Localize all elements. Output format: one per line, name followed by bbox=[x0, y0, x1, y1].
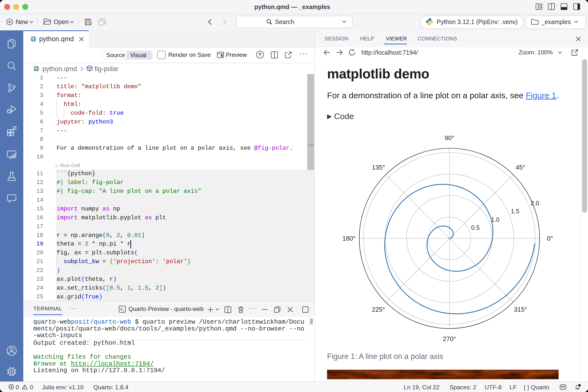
svg-text:45°: 45° bbox=[516, 164, 525, 171]
svg-text:225°: 225° bbox=[372, 306, 385, 313]
svg-text:2.0: 2.0 bbox=[531, 200, 539, 206]
svg-text:0°: 0° bbox=[547, 235, 553, 242]
svg-text:180°: 180° bbox=[342, 235, 356, 242]
svg-text:270°: 270° bbox=[443, 335, 456, 342]
svg-text:90°: 90° bbox=[445, 134, 454, 142]
svg-text:0.5: 0.5 bbox=[471, 224, 480, 231]
svg-text:135°: 135° bbox=[372, 164, 385, 171]
svg-text:1.5: 1.5 bbox=[511, 208, 520, 214]
svg-text:1.0: 1.0 bbox=[491, 216, 500, 223]
svg-text:315°: 315° bbox=[514, 306, 527, 313]
